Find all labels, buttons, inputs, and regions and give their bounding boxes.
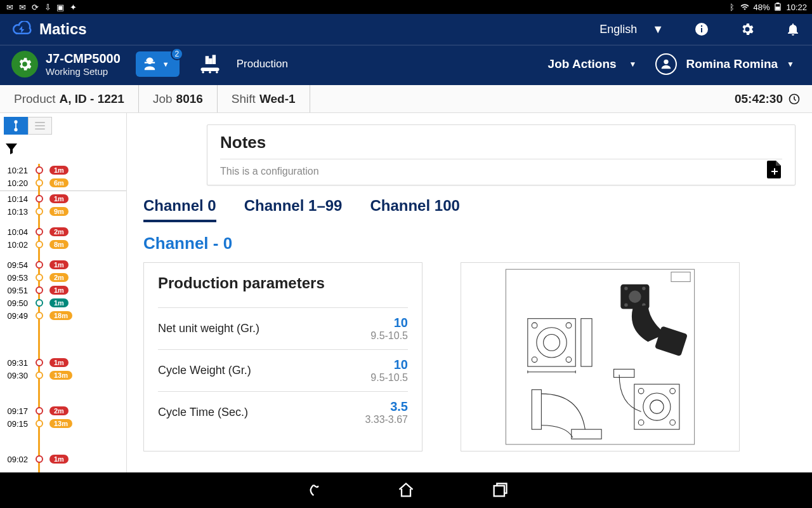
channel-tabs: Channel 0 Channel 1–99 Channel 100 [143,197,796,222]
svg-point-24 [624,287,627,290]
timeline-duration-chip: 6m [49,178,69,187]
sub-header: J7-CMP5000 Working Setup ▼ 2 Production … [0,45,812,85]
timeline-duration-chip: 1m [49,194,69,203]
timeline-event[interactable]: 10:04 2m [0,225,126,238]
info-icon[interactable] [694,22,709,37]
wifi-icon [740,3,749,11]
timeline-duration-chip: 8m [49,240,69,249]
user-menu[interactable]: Romina Romina ▼ [649,53,801,75]
svg-point-31 [537,328,566,358]
svg-point-12 [216,71,218,74]
timeline-event[interactable]: 10:14 1m [0,192,126,205]
param-row: Net unit weight (Gr.) 10 9.5-10.5 [158,307,408,349]
svg-point-46 [670,420,676,425]
timeline-duration-chip: 2m [49,273,69,282]
timeline-time: 10:13 [0,207,30,217]
bell-icon[interactable] [785,22,801,37]
timeline-event[interactable]: 09:53 2m [0,271,126,284]
job-gear-icon[interactable] [11,51,38,77]
add-note-icon[interactable] [767,161,782,178]
timeline-time: 09:17 [0,406,30,416]
battery-pct: 48% [753,3,769,12]
svg-point-35 [532,357,537,363]
timeline-event[interactable]: 09:54 1m [0,258,126,271]
timeline-view-list[interactable] [28,117,52,135]
job-info: J7-CMP5000 Working Setup [46,51,121,77]
mail-icon-2: ✉ [18,3,27,11]
timeline-event[interactable]: 09:50 1m [0,297,126,309]
timeline-duration-chip: 13m [49,371,72,380]
timeline-event[interactable]: 10:02 8m [0,238,126,251]
svg-point-11 [209,71,211,74]
download-icon: ⇩ [43,3,52,11]
timeline-duration-chip: 1m [49,358,69,367]
timeline-event[interactable]: 10:21 1m [0,164,126,177]
tab-channel-1-99[interactable]: Channel 1–99 [244,197,343,222]
clock-icon [788,93,801,105]
info-shift: Shift Wed-1 [218,85,310,112]
job-status: Working Setup [46,66,121,77]
svg-point-25 [642,287,645,290]
timeline-time: 09:49 [0,311,30,321]
svg-rect-18 [35,122,44,123]
settings-icon[interactable] [740,22,755,37]
recent-button[interactable] [491,481,509,499]
timeline-event[interactable]: 09:17 2m [0,404,126,417]
info-product: Product A, ID - 1221 [0,85,139,112]
tab-channel-0[interactable]: Channel 0 [143,197,216,222]
timeline-duration-chip: 1m [49,298,69,307]
machine-icon [197,54,223,74]
timeline-event[interactable]: 09:49 18m [0,309,126,322]
svg-point-32 [544,334,560,351]
timeline-event[interactable]: 09:30 13m [0,369,126,382]
timeline-time: 09:30 [0,371,30,380]
timeline-time: 10:02 [0,240,30,250]
timeline-dot [36,274,43,281]
svg-rect-19 [35,125,44,126]
svg-point-33 [532,323,537,328]
operator-button[interactable]: ▼ 2 [136,51,180,77]
svg-rect-6 [205,56,208,64]
timeline-duration-chip: 13m [49,419,72,428]
svg-rect-1 [777,3,780,4]
timeline-time: 10:20 [0,178,30,188]
svg-point-36 [566,357,572,363]
params-title: Production parameters [158,274,408,292]
drawing-card [461,262,740,451]
filter-icon[interactable] [4,141,19,156]
operator-badge: 2 [171,48,183,60]
timeline-event[interactable]: 10:13 9m [0,205,126,218]
info-job: Job 8016 [139,85,218,112]
home-button[interactable] [397,481,415,499]
job-actions-label: Job Actions [548,57,617,71]
timeline-event[interactable]: 10:20 6m [0,177,126,189]
tab-channel-100[interactable]: Channel 100 [370,197,459,222]
main-panel: Notes This is a configuration Channel 0 … [127,113,812,472]
timeline-panel: 10:21 1m10:20 6m10:14 1m10:13 9m10:04 2m… [0,113,127,472]
svg-rect-20 [35,128,44,130]
timeline-duration-chip: 1m [49,455,69,464]
timeline-dot [36,286,43,294]
timeline-event[interactable]: 09:31 1m [0,356,126,369]
timeline-duration-chip: 2m [49,227,69,236]
info-bar: Product A, ID - 1221 Job 8016 Shift Wed-… [0,85,812,113]
app-header: Matics English ▼ [0,14,812,45]
svg-rect-9 [200,67,219,70]
language-select[interactable]: English ▼ [599,23,664,36]
timeline-event[interactable]: 09:02 1m [0,453,126,465]
svg-rect-30 [528,319,575,366]
mode-label: Production [237,58,288,70]
job-actions-menu[interactable]: Job Actions ▼ [535,57,650,71]
timeline-event[interactable]: 09:51 1m [0,284,126,297]
svg-rect-37 [581,319,592,366]
timeline-time: 09:51 [0,286,30,295]
timeline-view-vertical[interactable] [4,117,28,135]
svg-point-34 [566,323,572,328]
timeline-track[interactable]: 10:21 1m10:20 6m10:14 1m10:13 9m10:04 2m… [0,164,126,472]
chevron-down-icon: ▼ [162,60,169,68]
back-button[interactable] [303,481,321,499]
timeline-event[interactable]: 09:15 13m [0,417,126,430]
timeline-duration-chip: 1m [49,260,69,269]
param-range: 9.5-10.5 [370,372,408,384]
param-label: Cycle Time (Sec.) [158,406,248,419]
